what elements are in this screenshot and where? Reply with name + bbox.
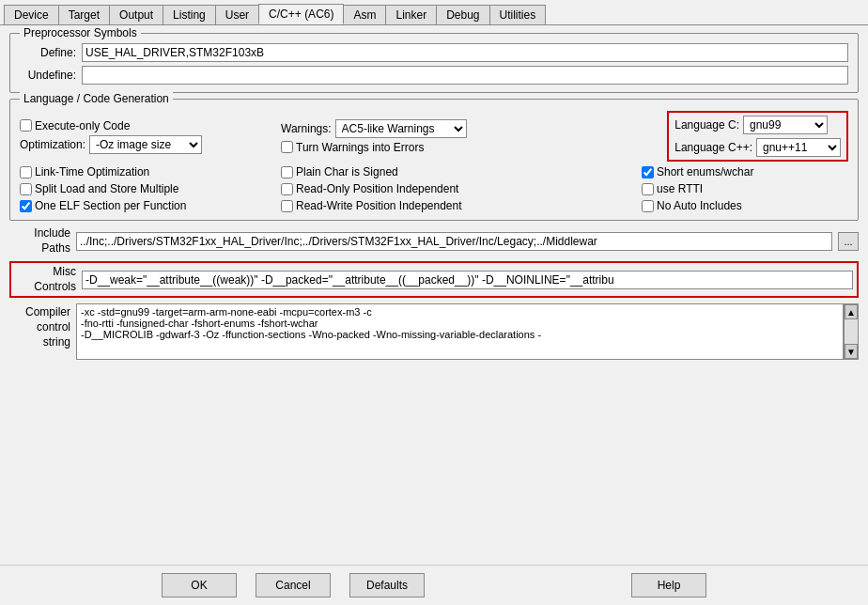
tab-device[interactable]: Device [4, 5, 59, 24]
include-paths-label: Include Paths [9, 226, 70, 256]
misc-controls-input[interactable] [82, 271, 853, 289]
misc-controls-label: Misc Controls [15, 265, 76, 294]
help-button[interactable]: Help [631, 573, 706, 597]
misc-controls-row: Misc Controls [9, 261, 859, 298]
tab-target[interactable]: Target [58, 5, 110, 24]
no-auto-includes-row: No Auto Includes [642, 199, 848, 212]
warnings-label: Warnings: [281, 122, 332, 135]
plain-char-row: Plain Char is Signed [281, 165, 634, 178]
read-write-pos-checkbox[interactable] [281, 200, 293, 212]
split-load-row: Split Load and Store Multiple [20, 182, 273, 195]
button-bar: OK Cancel Defaults Help [0, 565, 868, 605]
link-time-opt-row: Link-Time Optimization [20, 165, 273, 178]
language-c-row: Language C: gnu99 [674, 116, 841, 134]
language-group: Language / Code Generation Execute-only … [9, 99, 859, 221]
optimization-select[interactable]: -Oz image size [89, 135, 202, 154]
compiler-line-1: -xc -std=gnu99 -target=arm-arm-none-eabi… [81, 306, 839, 318]
cancel-button[interactable]: Cancel [256, 573, 331, 597]
read-write-pos-label: Read-Write Position Independent [296, 199, 462, 212]
tab-asm[interactable]: Asm [343, 5, 386, 24]
language-cpp-label: Language C++: [674, 141, 752, 154]
execute-only-checkbox[interactable] [20, 119, 32, 132]
tab-debug[interactable]: Debug [436, 5, 489, 24]
read-only-pos-row: Read-Only Position Independent [281, 182, 634, 195]
main-window: Device Target Output Listing User C/C++ … [0, 0, 868, 605]
define-label: Define: [20, 46, 76, 59]
short-enums-label: Short enums/wchar [657, 165, 753, 178]
defaults-button[interactable]: Defaults [349, 573, 425, 597]
short-enums-row: Short enums/wchar [642, 165, 848, 178]
language-c-label: Language C: [674, 118, 739, 132]
turn-warnings-checkbox[interactable] [281, 141, 293, 153]
use-rtti-checkbox[interactable] [642, 183, 654, 195]
tab-output[interactable]: Output [109, 5, 163, 24]
include-paths-row: Include Paths ... [9, 226, 859, 256]
include-paths-input[interactable] [76, 232, 832, 251]
language-title: Language / Code Generation [20, 92, 173, 105]
define-input[interactable] [82, 43, 848, 62]
split-load-label: Split Load and Store Multiple [35, 182, 178, 195]
short-enums-checkbox[interactable] [642, 166, 654, 178]
compiler-control-text: -xc -std=gnu99 -target=arm-arm-none-eabi… [76, 303, 844, 360]
turn-warnings-label: Turn Warnings into Errors [296, 141, 424, 154]
language-c-select[interactable]: gnu99 [743, 116, 828, 134]
read-write-pos-row: Read-Write Position Independent [281, 199, 634, 212]
undefine-label: Undefine: [20, 69, 76, 82]
language-selects-group: Language C: gnu99 Language C++: gnu++11 [667, 111, 848, 162]
plain-char-checkbox[interactable] [281, 166, 293, 178]
turn-warnings-row: Turn Warnings into Errors [281, 141, 656, 154]
preprocessor-title: Preprocessor Symbols [20, 26, 141, 39]
warnings-select[interactable]: AC5-like Warnings [335, 119, 467, 138]
one-elf-row: One ELF Section per Function [20, 199, 273, 212]
ok-button[interactable]: OK [162, 573, 237, 597]
undefine-row: Undefine: [20, 66, 848, 85]
tab-user[interactable]: User [215, 5, 259, 24]
split-load-checkbox[interactable] [20, 183, 32, 195]
preprocessor-group: Preprocessor Symbols Define: Undefine: [9, 33, 859, 93]
warnings-row: Warnings: AC5-like Warnings [281, 119, 656, 138]
scroll-down-arrow[interactable]: ▼ [845, 344, 858, 359]
undefine-input[interactable] [82, 66, 848, 85]
plain-char-label: Plain Char is Signed [296, 165, 398, 178]
read-only-pos-checkbox[interactable] [281, 183, 293, 195]
tab-listing[interactable]: Listing [163, 5, 216, 24]
include-paths-browse-button[interactable]: ... [838, 232, 859, 251]
optimization-label: Optimization: [20, 138, 85, 151]
read-only-pos-label: Read-Only Position Independent [296, 182, 458, 195]
link-time-opt-checkbox[interactable] [20, 166, 32, 178]
use-rtti-label: use RTTI [657, 182, 703, 195]
scroll-up-arrow[interactable]: ▲ [845, 304, 858, 319]
execute-only-label: Execute-only Code [35, 119, 130, 132]
compiler-line-3: -D__MICROLIB -gdwarf-3 -Oz -ffunction-se… [81, 329, 839, 340]
language-cpp-select[interactable]: gnu++11 [756, 138, 841, 157]
compiler-scrollbar: ▲ ▼ [844, 303, 859, 360]
one-elf-label: One ELF Section per Function [35, 199, 186, 212]
use-rtti-row: use RTTI [642, 182, 848, 195]
execute-only-row: Execute-only Code [20, 119, 273, 132]
one-elf-checkbox[interactable] [20, 200, 32, 212]
no-auto-includes-checkbox[interactable] [642, 200, 654, 212]
tab-cpp-ac6[interactable]: C/C++ (AC6) [258, 4, 344, 24]
compiler-line-2: -fno-rtti -funsigned-char -fshort-enums … [81, 318, 839, 329]
tab-utilities[interactable]: Utilities [489, 5, 547, 24]
link-time-opt-label: Link-Time Optimization [35, 165, 149, 178]
tab-linker[interactable]: Linker [385, 5, 437, 24]
compiler-control-row: Compiler control string -xc -std=gnu99 -… [9, 303, 859, 360]
tab-bar: Device Target Output Listing User C/C++ … [0, 0, 868, 25]
define-row: Define: [20, 43, 848, 62]
content-area: Preprocessor Symbols Define: Undefine: L… [0, 25, 868, 565]
optimization-row: Optimization: -Oz image size [20, 135, 273, 154]
language-cpp-row: Language C++: gnu++11 [674, 138, 841, 157]
no-auto-includes-label: No Auto Includes [657, 199, 742, 212]
compiler-control-label: Compiler control string [9, 303, 70, 349]
